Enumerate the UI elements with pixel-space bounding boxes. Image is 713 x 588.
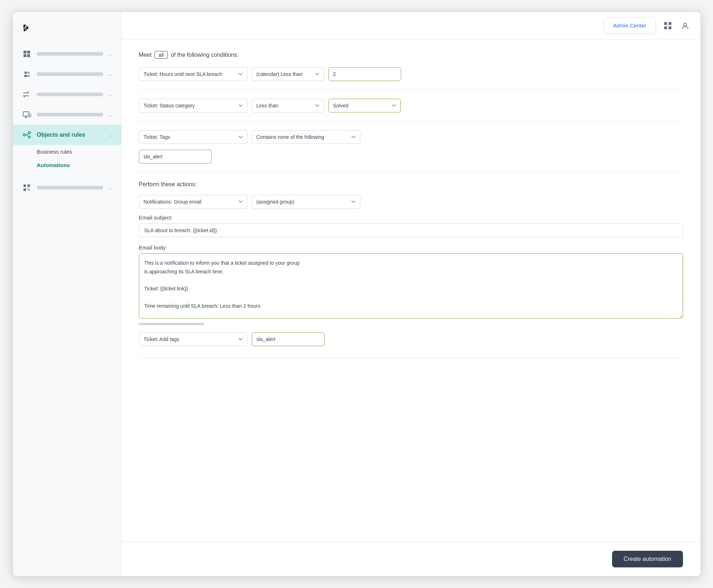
zendesk-logo (22, 24, 30, 32)
sidebar-item-devices[interactable]: ⌄ (13, 105, 121, 125)
condition-row-1: Ticket: Hours until next SLA breach (cal… (139, 67, 683, 81)
conditions-prefix: Meet (139, 52, 152, 58)
condition-3-tag-input[interactable] (139, 150, 212, 163)
condition-1-field[interactable]: Ticket: Hours until next SLA breach (139, 67, 247, 81)
user-profile-icon[interactable] (679, 19, 692, 32)
apps-icon (22, 183, 32, 193)
sidebar-item-organization[interactable]: ⌄ (13, 44, 121, 64)
top-icons (661, 19, 692, 32)
svg-point-23 (684, 23, 687, 26)
svg-point-11 (28, 132, 30, 134)
condition-3-operator[interactable]: Contains none of the following (252, 130, 360, 144)
action-1-field[interactable]: Notifications: Group email (139, 195, 247, 209)
condition-row-2: Ticket: Status category Less than Solved (139, 99, 683, 112)
sidebar-navigation: ⌄ ⌄ (13, 44, 121, 198)
sidebar-item-automations[interactable]: Automations (13, 158, 121, 172)
email-body-label: Email body: (139, 244, 683, 251)
svg-rect-1 (27, 51, 30, 54)
sidebar-label-bar (37, 113, 103, 116)
svg-point-7 (27, 75, 30, 77)
svg-rect-3 (27, 54, 30, 57)
svg-rect-15 (24, 188, 26, 191)
sidebar: ⌄ ⌄ (13, 12, 122, 576)
svg-rect-8 (23, 112, 29, 116)
admin-center-dropdown[interactable]: Admin Center (604, 18, 655, 33)
svg-rect-22 (669, 26, 671, 29)
action-tag-input[interactable] (252, 332, 324, 346)
sidebar-label-bar (37, 52, 103, 56)
svg-point-4 (24, 72, 27, 74)
svg-rect-16 (29, 189, 30, 191)
condition-2-value[interactable]: Solved (328, 99, 401, 112)
footer: Create automation (122, 542, 700, 576)
sidebar-item-business-rules[interactable]: Business rules (13, 145, 121, 158)
svg-rect-19 (664, 22, 667, 25)
sidebar-label-bar (37, 186, 103, 189)
svg-rect-13 (24, 184, 26, 187)
action-1-value[interactable]: (assigned group) (252, 195, 360, 209)
svg-rect-14 (27, 184, 30, 187)
condition-3-field[interactable]: Ticket: Tags (139, 130, 247, 144)
svg-point-6 (27, 72, 30, 74)
sidebar-item-people[interactable]: ⌄ (13, 64, 121, 84)
transfer-icon (22, 89, 32, 99)
main-content: Admin Center (122, 12, 700, 576)
chevron-down-icon: ⌄ (108, 91, 113, 97)
all-badge: all (154, 51, 168, 59)
chevron-down-icon: ⌄ (108, 112, 113, 118)
svg-rect-21 (664, 26, 667, 29)
svg-point-12 (28, 136, 30, 138)
sidebar-item-objects-rules[interactable]: Objects and rules ⌄ (13, 125, 121, 145)
objects-rules-label: Objects and rules (37, 132, 85, 138)
conditions-header: Meet all of the following conditions: (139, 51, 683, 59)
chevron-down-icon: ⌄ (108, 71, 113, 77)
svg-rect-0 (24, 51, 26, 54)
sidebar-item-transfer[interactable]: ⌄ (13, 84, 121, 105)
svg-rect-17 (27, 188, 29, 189)
chevron-down-icon: ⌄ (108, 132, 113, 138)
action-row-1: Notifications: Group email (assigned gro… (139, 195, 683, 209)
email-body-textarea[interactable]: This is a notification to inform you tha… (139, 253, 683, 319)
condition-1-value[interactable] (328, 67, 401, 81)
sidebar-label-bar (37, 72, 103, 76)
sidebar-label-bar (37, 93, 103, 96)
svg-rect-2 (24, 54, 26, 57)
people-icon (22, 69, 32, 79)
sidebar-sub-nav: Business rules Automations (13, 145, 121, 172)
svg-point-10 (23, 134, 25, 136)
email-subject-label: Email subject: (139, 214, 683, 221)
top-bar: Admin Center (122, 12, 700, 39)
svg-rect-18 (27, 189, 29, 191)
condition-row-3: Ticket: Tags Contains none of the follow… (139, 130, 683, 144)
actions-header: Perform these actions: (139, 181, 683, 188)
devices-icon (22, 110, 32, 120)
svg-rect-20 (669, 22, 671, 25)
action-tag-row: Ticket: Add tags (139, 332, 683, 346)
svg-point-5 (24, 75, 27, 77)
conditions-suffix: of the following conditions: (171, 52, 239, 58)
condition-2-operator[interactable]: Less than (252, 99, 324, 112)
sidebar-logo (13, 18, 121, 44)
email-subject-input[interactable] (139, 223, 683, 237)
scrollbar-indicator (139, 323, 204, 325)
svg-rect-9 (29, 114, 31, 117)
grid-view-icon[interactable] (661, 19, 674, 32)
chevron-down-icon: ⌄ (108, 185, 113, 191)
condition-1-operator[interactable]: (calendar) Less than (252, 67, 324, 81)
form-area: Meet all of the following conditions: Ti… (122, 39, 700, 384)
condition-3-tag-row (139, 150, 683, 163)
action-tag-field[interactable]: Ticket: Add tags (139, 332, 247, 346)
sidebar-item-apps[interactable]: ⌄ (13, 178, 121, 198)
objects-rules-icon (22, 130, 32, 140)
create-automation-button[interactable]: Create automation (612, 551, 683, 567)
organization-icon (22, 49, 32, 59)
chevron-down-icon: ⌄ (108, 51, 113, 57)
condition-2-field[interactable]: Ticket: Status category (139, 99, 247, 112)
